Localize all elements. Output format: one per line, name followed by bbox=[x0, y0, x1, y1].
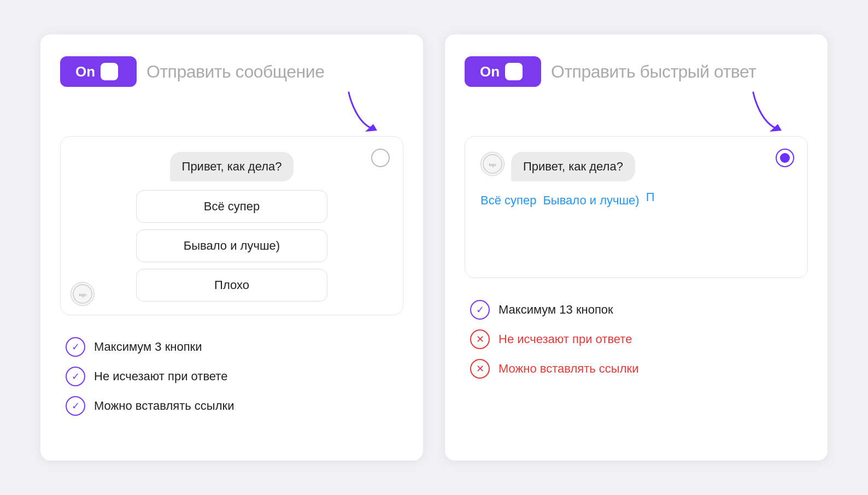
toggle-knob-2 bbox=[505, 63, 523, 80]
feature-text-1-1: Не исчезают при ответе bbox=[94, 369, 227, 384]
arrow-icon-2 bbox=[748, 87, 791, 136]
check-icon-1-2: ✓ bbox=[66, 396, 85, 416]
reply-button-1-1[interactable]: Бывало и лучше) bbox=[136, 229, 327, 262]
bubble-row-2: logo Привет, как дела? bbox=[480, 152, 792, 181]
feature-text-2-0: Максимум 13 кнопок bbox=[498, 303, 613, 317]
feature-1-2: ✓ Можно вставлять ссылки bbox=[66, 396, 403, 416]
radio-circle-1 bbox=[371, 149, 390, 167]
feature-2-2: ✕ Можно вставлять ссылки bbox=[470, 359, 808, 379]
check-icon-1-1: ✓ bbox=[66, 367, 85, 386]
buttons-list-1: Всё супер Бывало и лучше) Плохо bbox=[76, 190, 388, 302]
toggle-label-2: On bbox=[480, 63, 500, 80]
check-icon-2-0: ✓ bbox=[470, 300, 490, 320]
avatar-logo-1: logo bbox=[73, 284, 92, 304]
check-icon-1-0: ✓ bbox=[66, 337, 85, 357]
feature-text-2-1: Не исчезают при ответе bbox=[498, 332, 632, 346]
feature-2-1: ✕ Не исчезают при ответе bbox=[470, 329, 808, 349]
toggle-label-1: On bbox=[75, 63, 95, 80]
feature-1-0: ✓ Максимум 3 кнопки bbox=[66, 337, 403, 357]
message-bubble-1: Привет, как дела? bbox=[170, 152, 294, 181]
avatar-logo-2: logo bbox=[483, 154, 502, 174]
toggle-knob-1 bbox=[101, 63, 118, 80]
bubble-container-1: Привет, как дела? bbox=[76, 152, 388, 181]
arrow-icon-1 bbox=[343, 87, 387, 136]
arrow-container-1 bbox=[60, 87, 403, 142]
feature-2-0: ✓ Максимум 13 кнопок bbox=[470, 300, 808, 320]
quick-btn-2-0[interactable]: Всё супер bbox=[480, 190, 536, 211]
panel-send-quick-reply: On Отправить быстрый ответ logo Привет, … bbox=[445, 34, 828, 461]
message-bubble-2: Привет, как дела? bbox=[511, 152, 635, 181]
panel-send-message: On Отправить сообщение Привет, как дела?… bbox=[40, 34, 423, 461]
quick-btn-2-1[interactable]: Бывало и лучше) bbox=[543, 190, 639, 211]
panel2-title: Отправить быстрый ответ bbox=[551, 62, 756, 82]
feature-text-2-2: Можно вставлять ссылки bbox=[498, 362, 638, 376]
svg-text:logo: logo bbox=[489, 163, 496, 167]
x-icon-2-1: ✕ bbox=[470, 329, 490, 349]
feature-text-1-2: Можно вставлять ссылки bbox=[94, 399, 234, 413]
features-list-2: ✓ Максимум 13 кнопок ✕ Не исчезают при о… bbox=[465, 300, 808, 379]
features-list-1: ✓ Максимум 3 кнопки ✓ Не исчезают при от… bbox=[60, 337, 403, 416]
reply-button-1-0[interactable]: Всё супер bbox=[136, 190, 327, 223]
feature-1-1: ✓ Не исчезают при ответе bbox=[66, 367, 403, 386]
toggle-button-2[interactable]: On bbox=[465, 56, 541, 87]
radio-filled-2 bbox=[776, 149, 794, 167]
radio-empty-1 bbox=[371, 149, 390, 167]
chat-box-1: Привет, как дела? Всё супер Бывало и луч… bbox=[60, 136, 403, 315]
quick-buttons-2: Всё супер Бывало и лучше) П bbox=[480, 190, 792, 211]
feature-text-1-0: Максимум 3 кнопки bbox=[94, 340, 202, 354]
svg-text:logo: logo bbox=[79, 293, 86, 297]
radio-circle-2 bbox=[776, 149, 794, 167]
avatar-2: logo bbox=[480, 152, 505, 176]
x-icon-2-2: ✕ bbox=[470, 359, 490, 379]
toggle-header-1: On Отправить сообщение bbox=[60, 56, 403, 87]
arrow-container-2 bbox=[465, 87, 808, 142]
quick-btn-2-2: П bbox=[646, 190, 655, 211]
reply-button-1-2[interactable]: Плохо bbox=[136, 269, 327, 302]
avatar-1: logo bbox=[71, 282, 95, 306]
toggle-header-2: On Отправить быстрый ответ bbox=[465, 56, 808, 87]
chat-box-2: logo Привет, как дела? Всё супер Бывало … bbox=[465, 136, 808, 278]
panel1-title: Отправить сообщение bbox=[146, 62, 324, 82]
toggle-button-1[interactable]: On bbox=[60, 56, 137, 87]
